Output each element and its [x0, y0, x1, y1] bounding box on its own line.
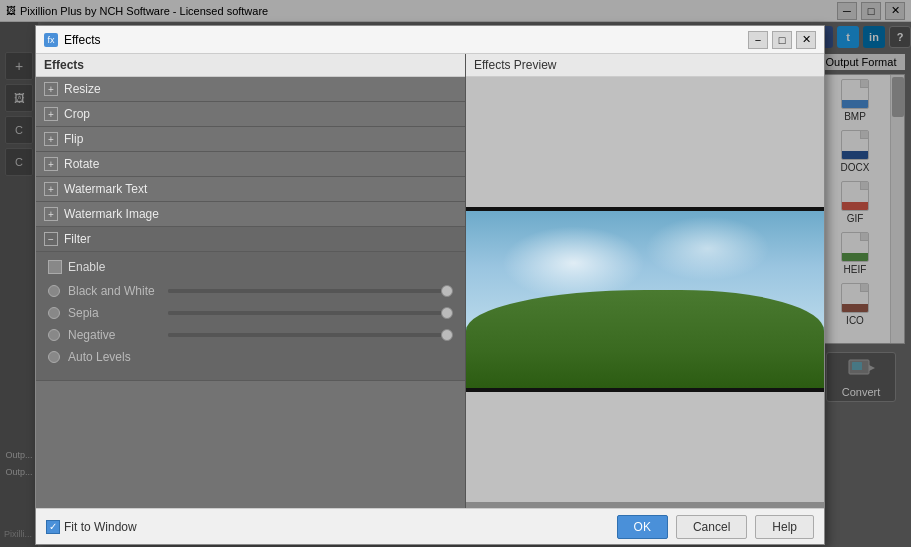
filter-sepia-track	[168, 311, 453, 315]
fit-to-window-checkbox[interactable]: ✓	[46, 520, 60, 534]
effect-item-crop[interactable]: + Crop	[36, 102, 465, 127]
filter-autolevels-label: Auto Levels	[68, 350, 158, 364]
filter-sepia-label: Sepia	[68, 306, 158, 320]
trees-layer	[466, 290, 824, 392]
filter-negative-track	[168, 333, 453, 337]
fit-to-window-container: ✓ Fit to Window	[46, 520, 137, 534]
effect-item-watermark-image[interactable]: + Watermark Image	[36, 202, 465, 227]
preview-image	[466, 207, 824, 392]
resize-label: Resize	[64, 82, 101, 96]
preview-area	[466, 77, 824, 508]
dialog-footer: ✓ Fit to Window OK Cancel Help	[36, 508, 824, 544]
filter-expand-icon: −	[44, 232, 58, 246]
filter-sepia-row: Sepia	[48, 306, 453, 320]
cancel-button[interactable]: Cancel	[676, 515, 747, 539]
ok-button[interactable]: OK	[617, 515, 668, 539]
filter-negative-slider[interactable]	[168, 333, 453, 337]
dialog-minimize-btn[interactable]: −	[748, 31, 768, 49]
filter-bw-label: Black and White	[68, 284, 158, 298]
filter-bw-thumb[interactable]	[441, 285, 453, 297]
filter-bw-slider[interactable]	[168, 289, 453, 293]
dialog-maximize-btn[interactable]: □	[772, 31, 792, 49]
filter-autolevels-row: Auto Levels	[48, 350, 453, 364]
preview-top-bar	[466, 207, 824, 211]
dialog-title-icon: fx	[44, 33, 58, 47]
preview-header: Effects Preview	[466, 54, 824, 77]
filter-bw-row: Black and White	[48, 284, 453, 298]
filter-enable-row: Enable	[48, 260, 453, 274]
filter-sepia-slider[interactable]	[168, 311, 453, 315]
resize-expand-icon: +	[44, 82, 58, 96]
effect-item-watermark-text[interactable]: + Watermark Text	[36, 177, 465, 202]
filter-section: Enable Black and White Sepia	[36, 252, 465, 381]
fit-to-window-label: Fit to Window	[64, 520, 137, 534]
filter-negative-radio[interactable]	[48, 329, 60, 341]
filter-autolevels-radio[interactable]	[48, 351, 60, 363]
filter-enable-label: Enable	[68, 260, 105, 274]
preview-panel: Effects Preview	[466, 54, 824, 508]
filter-enable-checkbox[interactable]	[48, 260, 62, 274]
filter-negative-label: Negative	[68, 328, 158, 342]
preview-bottom-bar	[466, 388, 824, 392]
watermark-image-expand-icon: +	[44, 207, 58, 221]
rotate-label: Rotate	[64, 157, 99, 171]
filter-negative-thumb[interactable]	[441, 329, 453, 341]
filter-sepia-radio[interactable]	[48, 307, 60, 319]
rotate-expand-icon: +	[44, 157, 58, 171]
preview-top-gray	[466, 77, 824, 207]
filter-bw-track	[168, 289, 453, 293]
filter-negative-row: Negative	[48, 328, 453, 342]
effects-dialog: fx Effects − □ ✕ Effects + Resize + Crop	[35, 25, 825, 545]
clouds-layer-2	[645, 216, 770, 281]
filter-label: Filter	[64, 232, 91, 246]
crop-expand-icon: +	[44, 107, 58, 121]
effects-panel: Effects + Resize + Crop + Flip + Rotate	[36, 54, 466, 508]
flip-expand-icon: +	[44, 132, 58, 146]
help-button[interactable]: Help	[755, 515, 814, 539]
effect-item-flip[interactable]: + Flip	[36, 127, 465, 152]
dialog-body: Effects + Resize + Crop + Flip + Rotate	[36, 54, 824, 508]
filter-sepia-thumb[interactable]	[441, 307, 453, 319]
effect-item-filter[interactable]: − Filter	[36, 227, 465, 252]
preview-bottom-gray	[466, 392, 824, 502]
effects-panel-header: Effects	[36, 54, 465, 77]
watermark-image-label: Watermark Image	[64, 207, 159, 221]
flip-label: Flip	[64, 132, 83, 146]
filter-bw-radio[interactable]	[48, 285, 60, 297]
watermark-text-label: Watermark Text	[64, 182, 147, 196]
dialog-title: Effects	[64, 33, 748, 47]
effect-item-resize[interactable]: + Resize	[36, 77, 465, 102]
dialog-titlebar: fx Effects − □ ✕	[36, 26, 824, 54]
dialog-close-btn[interactable]: ✕	[796, 31, 816, 49]
dialog-window-controls: − □ ✕	[748, 31, 816, 49]
crop-label: Crop	[64, 107, 90, 121]
clouds-layer	[502, 226, 645, 300]
watermark-text-expand-icon: +	[44, 182, 58, 196]
effect-item-rotate[interactable]: + Rotate	[36, 152, 465, 177]
